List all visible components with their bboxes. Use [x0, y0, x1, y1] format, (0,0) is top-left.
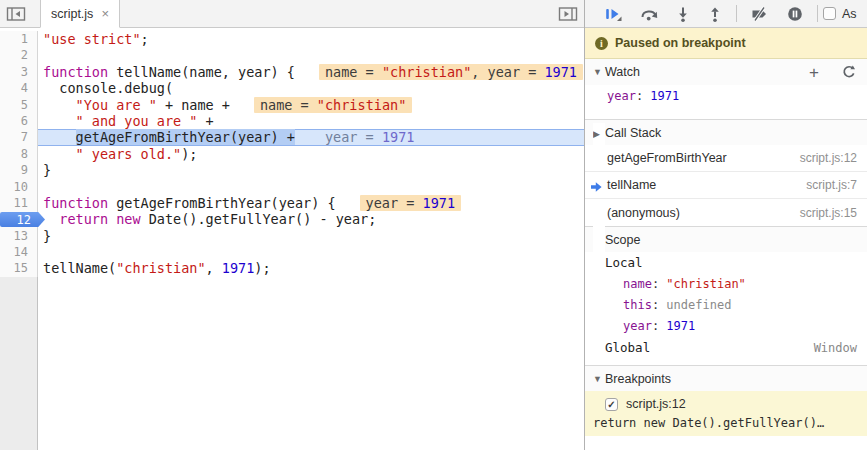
code-line[interactable]: 10 [0, 179, 584, 195]
code-line[interactable]: 15tellName("christian", 1971); [0, 260, 584, 276]
code-segment: " and you are " [76, 113, 198, 129]
breakpoint-entry[interactable]: script.js:12return new Date().getFullYea… [585, 391, 867, 436]
section-title: Scope [605, 233, 640, 247]
line-number-gutter[interactable]: 12 [0, 211, 38, 227]
code-line[interactable]: 7 getAgeFromBirthYear(year) +year = 1971 [0, 129, 584, 145]
info-icon: i [595, 37, 608, 50]
scope-group-local[interactable]: Local [585, 252, 867, 274]
breakpoint-marker[interactable]: 12 [0, 212, 45, 227]
tab-title: script.js [51, 7, 93, 21]
watch-header[interactable]: Watch + [585, 59, 867, 85]
code-filler [38, 277, 584, 450]
breakpoint-checkbox[interactable] [605, 398, 618, 411]
async-checkbox[interactable] [823, 7, 836, 20]
scope-group-global[interactable]: GlobalWindow [585, 337, 867, 359]
call-stack-frame[interactable]: (anonymous)script.js:15 [585, 199, 867, 226]
file-tab-bar: script.js × [0, 0, 584, 28]
code-line[interactable]: 3function tellName(name, year) {name = "… [0, 64, 584, 80]
step-into-icon[interactable] [676, 6, 690, 22]
code-text: " years old."); [38, 146, 584, 162]
line-number-gutter[interactable]: 1 [0, 31, 38, 47]
code-segment: getAgeFromBirthYear(year) + [76, 129, 295, 145]
line-number-gutter[interactable]: 9 [0, 162, 38, 178]
line-number-gutter[interactable]: 5 [0, 97, 38, 113]
code-editor[interactable]: 1"use strict";23function tellName(name, … [0, 28, 584, 450]
paused-message: Paused on breakpoint [615, 36, 746, 50]
scope-group-name: Global [605, 337, 650, 359]
scope-variable[interactable]: this: undefined [585, 295, 867, 316]
call-stack-frame[interactable]: getAgeFromBirthYearscript.js:12 [585, 145, 867, 172]
line-number-gutter[interactable]: 10 [0, 179, 38, 195]
scope-group-name: Local [605, 252, 643, 274]
code-segment: " years old." [76, 146, 182, 162]
deactivate-breakpoints-icon[interactable] [751, 6, 769, 22]
line-number-gutter[interactable]: 11 [0, 195, 38, 211]
line-number-gutter[interactable]: 7 [0, 129, 38, 145]
collapse-navigator-icon[interactable] [0, 0, 32, 27]
code-segment: Date().getFullYear() - year; [141, 211, 377, 227]
code-text: function getAgeFromBirthYear(year) {year… [38, 195, 584, 211]
line-number-gutter[interactable]: 4 [0, 80, 38, 96]
resume-icon[interactable] [604, 6, 622, 22]
call-stack-header[interactable]: Call Stack [585, 119, 867, 145]
line-number-gutter[interactable]: 14 [0, 244, 38, 260]
code-segment [43, 211, 59, 227]
code-text: "You are " + name +name = "christian" [38, 97, 584, 113]
line-number-gutter[interactable]: 3 [0, 64, 38, 80]
hint-part: name = [260, 97, 317, 113]
hint-part: "christian" [317, 97, 406, 113]
code-line[interactable]: 14 [0, 244, 584, 260]
hint-part: year = [366, 195, 423, 211]
breakpoint-location: script.js:12 [626, 397, 686, 411]
step-over-icon[interactable] [640, 6, 658, 22]
code-segment [43, 113, 76, 129]
code-line[interactable]: 2 [0, 47, 584, 63]
refresh-watch-icon[interactable] [841, 65, 855, 79]
add-watch-icon[interactable]: + [809, 66, 819, 79]
scope-object-preview: Window [814, 337, 867, 359]
line-number-gutter[interactable]: 6 [0, 113, 38, 129]
watch-section: Watch + year: 1971 [585, 59, 867, 119]
code-line[interactable]: 6 " and you are " + [0, 113, 584, 129]
scope-header[interactable]: Scope [585, 226, 867, 252]
hint-part: 1971 [423, 195, 456, 211]
call-stack-list: getAgeFromBirthYearscript.js:12tellNames… [585, 145, 867, 226]
code-line[interactable]: 8 " years old."); [0, 146, 584, 162]
toolbar-divider [736, 5, 737, 22]
call-stack-frame[interactable]: tellNamescript.js:7 [585, 172, 867, 199]
variable-name: this [623, 298, 652, 312]
variable-name: name [623, 277, 652, 291]
code-line[interactable]: 5 "You are " + name +name = "christian" [0, 97, 584, 113]
hint-part: year = [325, 129, 382, 145]
section-title: Breakpoints [605, 372, 671, 386]
breakpoint-snippet[interactable]: return new Date().getFullYear()… [585, 414, 867, 432]
line-number-gutter[interactable]: 15 [0, 260, 38, 276]
gutter-filler [0, 277, 38, 450]
scope-section: Scope Localname: "christian"this: undefi… [585, 226, 867, 365]
code-line[interactable]: 4 console.debug( [0, 80, 584, 96]
step-out-icon[interactable] [708, 6, 722, 22]
code-segment: 1971 [222, 260, 255, 276]
async-label: As [842, 7, 857, 21]
code-line[interactable]: 13} [0, 228, 584, 244]
code-segment [108, 211, 116, 227]
watch-expression[interactable]: year: 1971 [585, 85, 867, 107]
panel-toggle-icon[interactable] [552, 0, 584, 27]
line-number-gutter[interactable]: 8 [0, 146, 38, 162]
code-line[interactable]: 11function getAgeFromBirthYear(year) {ye… [0, 195, 584, 211]
pause-on-exceptions-icon[interactable] [787, 6, 803, 22]
code-line[interactable]: 1"use strict"; [0, 31, 584, 47]
scope-variable[interactable]: name: "christian" [585, 274, 867, 295]
hint-part: , year = [471, 64, 544, 80]
line-number-gutter[interactable]: 2 [0, 47, 38, 63]
code-line[interactable]: 9} [0, 162, 584, 178]
line-number-gutter[interactable]: 13 [0, 228, 38, 244]
watch-key: year [607, 89, 636, 103]
code-segment: tellName( [43, 260, 116, 276]
close-icon[interactable]: × [101, 7, 109, 20]
breakpoints-header[interactable]: Breakpoints [585, 365, 867, 391]
code-text: function tellName(name, year) {name = "c… [38, 64, 584, 80]
code-line[interactable]: 12 return new Date().getFullYear() - yea… [0, 211, 584, 227]
scope-variable[interactable]: year: 1971 [585, 316, 867, 337]
tab-script-js[interactable]: script.js × [40, 0, 120, 28]
